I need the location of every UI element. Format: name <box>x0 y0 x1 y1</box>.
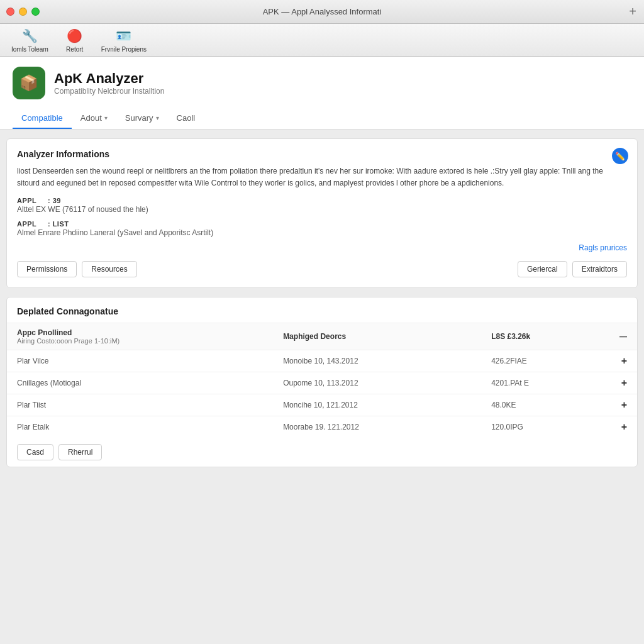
col-app: Appc Pnollined Airing Costo:ooon Prage 1… <box>7 323 273 350</box>
app-info: ApK Analyzer Compatiblity Nelcbrour Inst… <box>54 70 164 96</box>
table-header-row: Appc Pnollined Airing Costo:ooon Prage 1… <box>7 323 637 350</box>
tab-adout-label: Adout <box>80 113 102 123</box>
app-icon-letter: 📦 <box>19 74 38 92</box>
appl-label-1: APPL : 39 <box>17 197 627 204</box>
left-buttons: Permissions Resources <box>17 261 137 277</box>
right-buttons: Geriercal Extraidtors <box>518 261 627 277</box>
toolbar-profile[interactable]: 🪪 Frvnile Propiens <box>95 25 153 55</box>
tab-caoll[interactable]: Caoll <box>168 108 204 129</box>
close-button[interactable] <box>6 8 14 16</box>
main-content: 📦 ApK Analyzer Compatiblity Nelcbrour In… <box>0 57 644 467</box>
retort-icon: 🔴 <box>66 27 84 45</box>
window-title: APK — Appl Analyssed Informati <box>263 7 382 16</box>
add-icon[interactable]: + <box>621 421 627 432</box>
window-controls <box>6 8 40 16</box>
tab-survary-label: Survary <box>125 113 153 123</box>
resources-button[interactable]: Resources <box>82 261 136 277</box>
appl-row-1: APPL : 39 Alttel EX WE (76117 of noused … <box>17 197 627 214</box>
permissions-button[interactable]: Permissions <box>17 261 77 277</box>
add-icon[interactable]: + <box>621 377 627 388</box>
cell-size: 48.0KE <box>481 394 609 416</box>
extractions-button[interactable]: Extraidtors <box>572 261 627 277</box>
appl-sub-2: Almel Enrare Phdiino Laneral (ySavel and… <box>17 228 627 237</box>
cell-action[interactable]: + <box>609 394 637 416</box>
profile-icon: 🪪 <box>115 27 133 45</box>
deployed-title: Deplated Connagonatue <box>7 297 637 323</box>
appl-row-2: APPL : List Almel Enrare Phdiino Laneral… <box>17 220 627 237</box>
cell-name: Plar Etalk <box>7 416 273 438</box>
cell-managed: Monoibe 10, 143.2012 <box>273 350 481 372</box>
tab-caoll-label: Caoll <box>177 113 196 123</box>
table-row: Plar Tiist Moncihe 10, 121.2012 48.0KE + <box>7 394 637 416</box>
minimize-button[interactable] <box>19 8 27 16</box>
tab-adout[interactable]: Adout ▾ <box>72 108 116 129</box>
analyzer-card: Analyzer Informations ✏️ liost Denseerde… <box>6 138 638 288</box>
tab-survary[interactable]: Survary ▾ <box>116 108 168 129</box>
cell-managed: Oupome 10, 113.2012 <box>273 372 481 394</box>
restart-button[interactable]: Rherrul <box>58 444 102 460</box>
table-row: Plar Etalk Moorabe 19. 121.2012 120.0IPG… <box>7 416 637 438</box>
cell-action[interactable]: + <box>609 416 637 438</box>
deployed-table: Appc Pnollined Airing Costo:ooon Prage 1… <box>7 323 637 438</box>
app-name: ApK Analyzer <box>54 70 164 87</box>
table-footer: Casd Rherrul <box>7 438 637 467</box>
table-row: Cnillages (Motiogal Oupome 10, 113.2012 … <box>7 372 637 394</box>
analyzer-description: liost Denseerden sen the wound reepl or … <box>17 165 627 189</box>
cell-size: 120.0IPG <box>481 416 609 438</box>
deployed-card: Deplated Connagonatue Appc Pnollined Air… <box>6 297 638 467</box>
tools-label: Iomls Toleam <box>11 46 48 53</box>
tab-compatible-label: Compatible <box>21 113 63 123</box>
cell-size: 426.2FIAE <box>481 350 609 372</box>
cell-action[interactable]: + <box>609 350 637 372</box>
cell-name: Plar Tiist <box>7 394 273 416</box>
cell-name: Plar Vilce <box>7 350 273 372</box>
toolbar-tools[interactable]: 🔧 Iomls Toleam <box>5 25 55 55</box>
add-icon[interactable]: + <box>621 355 627 366</box>
appl-label-2: APPL : List <box>17 220 627 228</box>
toolbar-retort[interactable]: 🔴 Retort <box>57 25 92 55</box>
cell-managed: Moorabe 19. 121.2012 <box>273 416 481 438</box>
cell-managed: Moncihe 10, 121.2012 <box>273 394 481 416</box>
analyzer-card-title: Analyzer Informations <box>17 149 627 159</box>
toolbar: 🔧 Iomls Toleam 🔴 Retort 🪪 Frvnile Propie… <box>0 24 644 57</box>
cell-action[interactable]: + <box>609 372 637 394</box>
ragls-link[interactable]: Ragls prurices <box>17 243 627 252</box>
col-size: L8S £3.26k <box>481 323 609 350</box>
tools-icon: 🔧 <box>21 27 38 45</box>
col-managed: Maphiged Deorcs <box>273 323 481 350</box>
card-button-row: Permissions Resources Geriercal Extraidt… <box>17 261 627 277</box>
tab-compatible[interactable]: Compatible <box>13 108 72 129</box>
cancel-button[interactable]: Casd <box>17 444 53 460</box>
cell-size: 4201.PAt E <box>481 372 609 394</box>
table-row: Plar Vilce Monoibe 10, 143.2012 426.2FIA… <box>7 350 637 372</box>
col-action-header: — <box>609 323 637 350</box>
adout-dropdown-arrow: ▾ <box>104 114 108 121</box>
add-icon[interactable]: + <box>621 399 627 410</box>
maximize-button[interactable] <box>31 8 40 16</box>
appl-sub-1: Alttel EX WE (76117 of noused the hle) <box>17 205 627 214</box>
app-header: 📦 ApK Analyzer Compatiblity Nelcbrour In… <box>0 57 644 130</box>
new-tab-button[interactable]: + <box>629 4 636 19</box>
survary-dropdown-arrow: ▾ <box>156 114 159 121</box>
general-button[interactable]: Geriercal <box>518 261 567 277</box>
cell-name: Cnillages (Motiogal <box>7 372 273 394</box>
app-icon: 📦 <box>13 67 45 99</box>
app-subtitle: Compatiblity Nelcbrour Installtion <box>54 87 164 96</box>
tab-bar: Compatible Adout ▾ Survary ▾ Caoll <box>13 108 631 129</box>
title-bar: APK — Appl Analyssed Informati + <box>0 0 644 24</box>
app-identity: 📦 ApK Analyzer Compatiblity Nelcbrour In… <box>13 67 631 99</box>
edit-button[interactable]: ✏️ <box>612 148 628 164</box>
retort-label: Retort <box>66 46 83 53</box>
profile-label: Frvnile Propiens <box>101 46 147 53</box>
